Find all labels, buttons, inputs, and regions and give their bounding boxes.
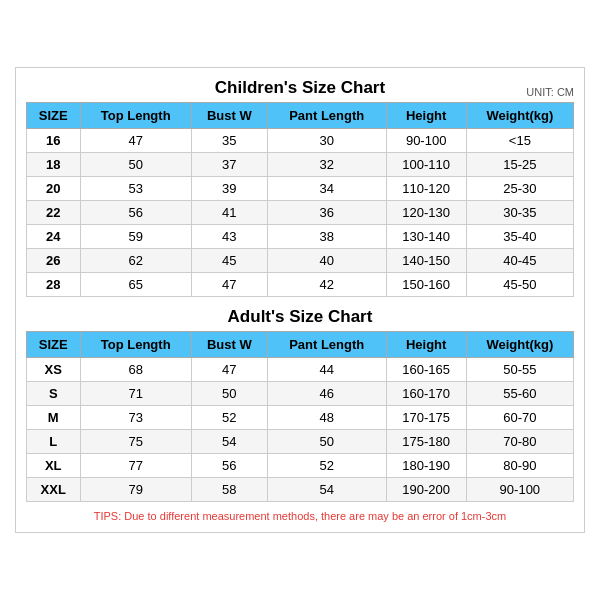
table-row: L755450175-18070-80 — [27, 430, 574, 454]
table-cell: 45 — [191, 249, 267, 273]
table-cell: 150-160 — [386, 273, 466, 297]
table-cell: 77 — [80, 454, 191, 478]
table-cell: 47 — [191, 273, 267, 297]
table-cell: 40-45 — [466, 249, 573, 273]
col-header-bust-w: Bust W — [191, 103, 267, 129]
table-cell: 40 — [267, 249, 386, 273]
table-row: S715046160-17055-60 — [27, 382, 574, 406]
table-cell: 20 — [27, 177, 81, 201]
children-title-row: Children's Size Chart UNIT: CM — [26, 78, 574, 98]
table-cell: 43 — [191, 225, 267, 249]
table-cell: 22 — [27, 201, 81, 225]
table-cell: 50 — [267, 430, 386, 454]
table-cell: 70-80 — [466, 430, 573, 454]
table-cell: L — [27, 430, 81, 454]
table-cell: 160-170 — [386, 382, 466, 406]
table-cell: 34 — [267, 177, 386, 201]
table-cell: 160-165 — [386, 358, 466, 382]
table-cell: 35-40 — [466, 225, 573, 249]
table-cell: 80-90 — [466, 454, 573, 478]
table-cell: 140-150 — [386, 249, 466, 273]
table-cell: 24 — [27, 225, 81, 249]
tips-text: TIPS: Due to different measurement metho… — [26, 510, 574, 522]
table-cell: 26 — [27, 249, 81, 273]
table-row: 1647353090-100<15 — [27, 129, 574, 153]
children-table: SIZE Top Length Bust W Pant Length Heigh… — [26, 102, 574, 297]
table-cell: 47 — [191, 358, 267, 382]
adult-col-header-height: Height — [386, 332, 466, 358]
table-cell: 54 — [191, 430, 267, 454]
table-row: 28654742150-16045-50 — [27, 273, 574, 297]
table-cell: 54 — [267, 478, 386, 502]
adult-col-header-pant-length: Pant Length — [267, 332, 386, 358]
table-cell: 52 — [267, 454, 386, 478]
table-cell: 180-190 — [386, 454, 466, 478]
table-cell: 39 — [191, 177, 267, 201]
table-cell: 52 — [191, 406, 267, 430]
adult-col-header-top-length: Top Length — [80, 332, 191, 358]
table-cell: 25-30 — [466, 177, 573, 201]
table-row: 22564136120-13030-35 — [27, 201, 574, 225]
col-header-size: SIZE — [27, 103, 81, 129]
table-cell: 47 — [80, 129, 191, 153]
table-cell: 48 — [267, 406, 386, 430]
children-header-row: SIZE Top Length Bust W Pant Length Heigh… — [27, 103, 574, 129]
table-cell: 36 — [267, 201, 386, 225]
table-row: M735248170-17560-70 — [27, 406, 574, 430]
table-cell: 28 — [27, 273, 81, 297]
table-cell: 130-140 — [386, 225, 466, 249]
table-row: 26624540140-15040-45 — [27, 249, 574, 273]
table-cell: 50-55 — [466, 358, 573, 382]
adult-col-header-size: SIZE — [27, 332, 81, 358]
table-cell: 170-175 — [386, 406, 466, 430]
table-cell: 58 — [191, 478, 267, 502]
table-cell: 175-180 — [386, 430, 466, 454]
table-cell: 46 — [267, 382, 386, 406]
table-cell: 42 — [267, 273, 386, 297]
table-cell: S — [27, 382, 81, 406]
table-cell: M — [27, 406, 81, 430]
col-header-weight: Weight(kg) — [466, 103, 573, 129]
table-cell: 15-25 — [466, 153, 573, 177]
table-cell: 35 — [191, 129, 267, 153]
table-cell: 41 — [191, 201, 267, 225]
table-cell: 120-130 — [386, 201, 466, 225]
children-title: Children's Size Chart — [215, 78, 385, 98]
chart-container: Children's Size Chart UNIT: CM SIZE Top … — [15, 67, 585, 533]
table-cell: 59 — [80, 225, 191, 249]
table-cell: 50 — [80, 153, 191, 177]
table-cell: 90-100 — [466, 478, 573, 502]
table-row: 20533934110-12025-30 — [27, 177, 574, 201]
table-cell: 56 — [191, 454, 267, 478]
adult-title-row: Adult's Size Chart — [26, 307, 574, 327]
table-cell: 30-35 — [466, 201, 573, 225]
adult-title: Adult's Size Chart — [228, 307, 373, 327]
col-header-height: Height — [386, 103, 466, 129]
table-cell: 53 — [80, 177, 191, 201]
table-cell: 62 — [80, 249, 191, 273]
table-cell: 71 — [80, 382, 191, 406]
table-cell: 65 — [80, 273, 191, 297]
table-cell: XXL — [27, 478, 81, 502]
table-cell: 30 — [267, 129, 386, 153]
table-cell: 90-100 — [386, 129, 466, 153]
table-row: XS684744160-16550-55 — [27, 358, 574, 382]
table-row: 24594338130-14035-40 — [27, 225, 574, 249]
table-cell: 79 — [80, 478, 191, 502]
table-cell: <15 — [466, 129, 573, 153]
table-cell: 55-60 — [466, 382, 573, 406]
table-row: XL775652180-19080-90 — [27, 454, 574, 478]
table-cell: 37 — [191, 153, 267, 177]
table-cell: 44 — [267, 358, 386, 382]
table-cell: 16 — [27, 129, 81, 153]
table-cell: 50 — [191, 382, 267, 406]
table-cell: 73 — [80, 406, 191, 430]
adult-table: SIZE Top Length Bust W Pant Length Heigh… — [26, 331, 574, 502]
table-cell: 100-110 — [386, 153, 466, 177]
table-row: XXL795854190-20090-100 — [27, 478, 574, 502]
table-cell: 38 — [267, 225, 386, 249]
table-cell: 68 — [80, 358, 191, 382]
col-header-pant-length: Pant Length — [267, 103, 386, 129]
table-cell: XS — [27, 358, 81, 382]
table-cell: XL — [27, 454, 81, 478]
